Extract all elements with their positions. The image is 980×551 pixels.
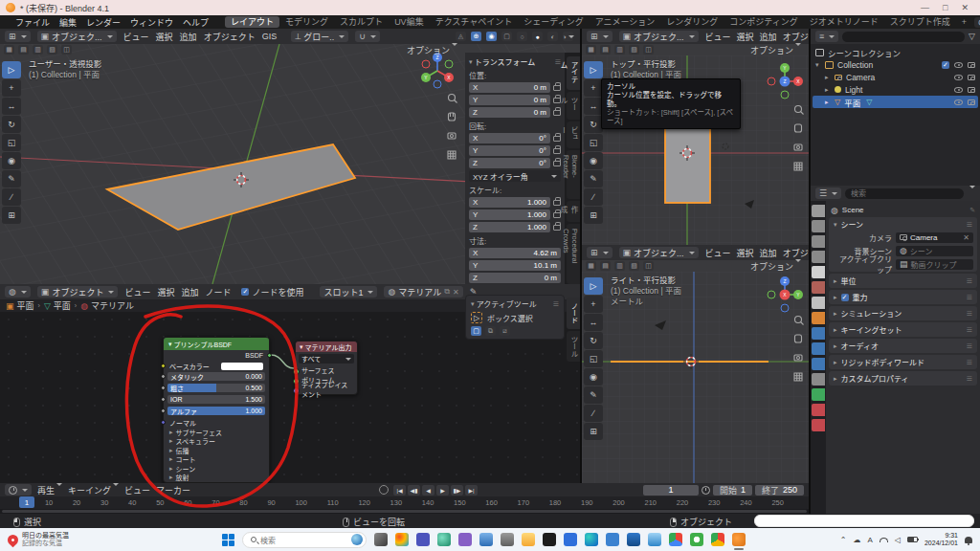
panel-header[interactable]: ▾ アクティブツール☰: [471, 298, 559, 309]
viewport-menu-item[interactable]: ビュー: [705, 247, 731, 259]
prev-keyframe-button[interactable]: ◀▮: [408, 485, 420, 496]
tab-data[interactable]: [812, 388, 825, 401]
filter-dropdown[interactable]: [968, 188, 975, 198]
weather-widget[interactable]: 明日の最高気温記録的な気温: [0, 532, 77, 547]
tool-rotate[interactable]: ↻: [584, 116, 603, 133]
scale-field[interactable]: Z1.000: [469, 222, 561, 232]
unlink-icon[interactable]: ✕: [453, 288, 459, 297]
tool-add-cube[interactable]: ⊞: [584, 207, 603, 224]
tool-select-box[interactable]: ▷: [584, 61, 603, 78]
normal-row[interactable]: ノーマル: [164, 417, 269, 428]
tab-material[interactable]: [812, 404, 825, 416]
tab-viewlayer[interactable]: [812, 251, 825, 263]
select-mode-new[interactable]: ▢: [471, 326, 481, 336]
playback-menu[interactable]: 再生: [37, 484, 62, 496]
toggle-parents[interactable]: ▤: [600, 45, 611, 55]
workspace-tab[interactable]: コンポジティング: [724, 16, 803, 28]
expand-arrow-icon[interactable]: ▸: [825, 99, 831, 106]
toggle-collections[interactable]: ▧: [629, 261, 639, 271]
tool-annotate[interactable]: ✎: [2, 170, 21, 187]
sidebar-tab[interactable]: Biome-Reader: [567, 150, 580, 198]
rotation-field[interactable]: Y0°: [469, 145, 561, 156]
tool-move[interactable]: ↔: [584, 98, 603, 115]
timeline-ruler[interactable]: 1 11020304050607080901001101201301401501…: [0, 496, 809, 509]
node-material-output[interactable]: ▾ マテリアル出力 すべて サーフェスボリュームディスプレイスメント: [295, 341, 358, 395]
tab-output[interactable]: [812, 235, 825, 248]
frame-start-field[interactable]: 開始1: [713, 485, 752, 496]
bsdf-section-row[interactable]: ▸シーン: [164, 464, 269, 474]
slot-dropdown[interactable]: スロット1: [320, 286, 377, 298]
tab-collection[interactable]: [812, 297, 825, 309]
tool-move[interactable]: ↔: [584, 314, 603, 331]
viewport-menu-item[interactable]: 追加: [760, 247, 777, 259]
workspace-tab[interactable]: テクスチャペイント: [430, 16, 519, 28]
tab-constraints[interactable]: [812, 373, 825, 386]
onedrive-icon[interactable]: ☁: [853, 536, 860, 544]
tool-cursor[interactable]: +: [584, 296, 603, 313]
lock-icon[interactable]: [553, 110, 561, 116]
viewport-menu-item[interactable]: 追加: [760, 31, 777, 43]
workspace-tab[interactable]: モデリング: [279, 16, 334, 28]
workspace-tab[interactable]: レンダリング: [660, 16, 724, 28]
rotation-mode-dropdown[interactable]: XYZ オイラー角: [469, 170, 561, 182]
app-visual-studio[interactable]: [458, 533, 472, 546]
workspace-tab[interactable]: スカルプト: [334, 16, 389, 28]
viewport-menu-item[interactable]: 選択: [156, 31, 173, 43]
marker-menu[interactable]: マーカー: [156, 484, 190, 496]
normal-socket[interactable]: [161, 420, 166, 425]
visibility-dropdown[interactable]: ◬: [456, 32, 466, 41]
select-mode-extend[interactable]: ⧉: [485, 326, 496, 336]
app-terminal[interactable]: [543, 533, 556, 546]
hide-icon[interactable]: [954, 99, 963, 105]
workspace-tab[interactable]: アニメーション: [590, 16, 661, 28]
tool-transform[interactable]: ◉: [2, 152, 21, 169]
shading-solid-button[interactable]: ●: [532, 32, 543, 41]
jump-start-button[interactable]: |◀: [393, 485, 406, 496]
toggle-children[interactable]: ▥: [614, 45, 625, 55]
dimension-field[interactable]: X4.62 m: [469, 248, 561, 258]
audio-panel[interactable]: ▸オーディオ☰: [829, 339, 977, 353]
options-dropdown[interactable]: オプション: [750, 260, 801, 273]
battery-icon[interactable]: [907, 537, 918, 542]
tool-rotate[interactable]: ↻: [584, 332, 603, 349]
toggle-collections[interactable]: ▧: [47, 45, 57, 55]
input-socket[interactable]: [161, 374, 166, 379]
app-chrome[interactable]: [669, 533, 682, 546]
rotation-field[interactable]: X0°: [469, 133, 561, 143]
workspace-tab[interactable]: シェーディング: [518, 16, 589, 28]
camera-field[interactable]: Camera ✕: [896, 232, 973, 243]
bsdf-output-socket[interactable]: [267, 353, 272, 358]
hide-icon[interactable]: [954, 87, 963, 93]
clock[interactable]: 9:312024/12/01: [924, 532, 958, 547]
app-teams[interactable]: [416, 533, 430, 546]
tool-select-box[interactable]: ▷: [584, 277, 603, 295]
rigid-body-world-panel[interactable]: ▸リジッドボディワールド☰: [829, 355, 977, 369]
overlays-toggle[interactable]: ◉: [486, 32, 497, 41]
expand-arrow-icon[interactable]: ▾: [815, 61, 821, 69]
lock-icon[interactable]: [553, 212, 561, 218]
shading-material-button[interactable]: ◐: [547, 32, 558, 41]
toggle-mirror[interactable]: ◫: [643, 261, 654, 271]
expand-arrow-icon[interactable]: ▸: [825, 74, 831, 81]
tool-measure[interactable]: ∕: [2, 188, 21, 206]
app-snipping[interactable]: [606, 533, 619, 546]
mode-dropdown[interactable]: ▣オブジェク...: [619, 31, 699, 42]
shading-wireframe-button[interactable]: ○: [517, 32, 527, 41]
gravity-checkbox[interactable]: ✓: [841, 294, 849, 301]
tool-scale[interactable]: ◱: [2, 134, 21, 151]
tool-select-box[interactable]: ▷: [2, 61, 21, 78]
app-chrome-profile[interactable]: [711, 533, 724, 546]
base-color-swatch[interactable]: [221, 363, 263, 370]
tab-scene[interactable]: [812, 266, 825, 278]
base-color-socket[interactable]: [161, 364, 166, 368]
input-socket[interactable]: [161, 386, 166, 390]
shader-menu-item[interactable]: 選択: [157, 286, 174, 298]
tool-cursor[interactable]: +: [584, 79, 603, 97]
bsdf-slider-row[interactable]: メタリック0.000: [164, 372, 269, 383]
background-scene-field[interactable]: ◍ シーン: [896, 246, 973, 256]
bsdf-section-row[interactable]: ▸スペキュラー: [164, 437, 269, 447]
options-dropdown[interactable]: オプション: [407, 44, 457, 56]
tool-annotate[interactable]: ✎: [584, 170, 603, 187]
sidebar-tab[interactable]: ツール: [567, 92, 580, 120]
outliner-search-input[interactable]: [842, 32, 965, 42]
